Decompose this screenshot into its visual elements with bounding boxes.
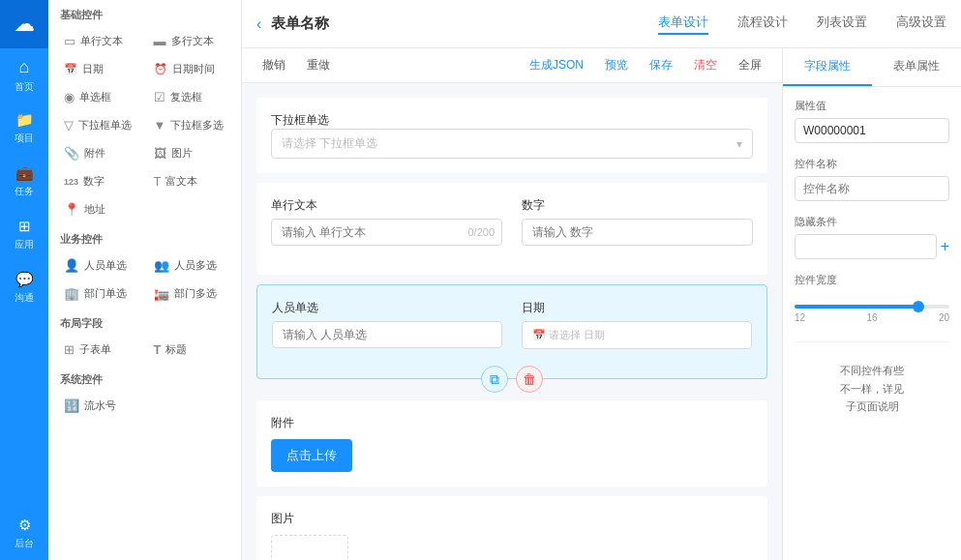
date-placeholder: 📅 请选择 日期 xyxy=(532,328,605,342)
divider xyxy=(795,341,949,342)
sidebar-item-address[interactable]: 📍 地址 xyxy=(56,196,144,222)
attr-id-input[interactable] xyxy=(795,118,949,143)
project-icon: 📁 xyxy=(15,111,34,129)
prop-attr-id: 属性值 xyxy=(795,99,949,143)
sidebar-item-single-text[interactable]: ▭ 单行文本 xyxy=(56,28,144,54)
slider-fill xyxy=(795,305,918,309)
nav-item-im[interactable]: 💬 沟通 xyxy=(0,261,48,314)
sidebar-item-number[interactable]: 123 数字 xyxy=(56,168,144,194)
hidden-condition-input[interactable] xyxy=(795,234,937,259)
sidebar-item-label: 图片 xyxy=(171,146,193,161)
im-icon: 💬 xyxy=(15,271,34,288)
nav-label-backend: 后台 xyxy=(15,537,34,550)
attachment-upload: 点击上传 xyxy=(271,439,753,472)
sidebar-item-multi-text[interactable]: ▬ 多行文本 xyxy=(146,28,234,54)
address-icon: 📍 xyxy=(64,202,79,217)
page-title: 表单名称 xyxy=(271,15,648,33)
copy-button[interactable]: ⧉ xyxy=(481,366,508,393)
tab-advanced-settings[interactable]: 高级设置 xyxy=(896,14,946,35)
sidebar-item-datetime[interactable]: ⏰ 日期时间 xyxy=(146,56,234,82)
sidebar-item-serial[interactable]: 🔢 流水号 xyxy=(56,393,144,419)
sidebar-item-dept-single[interactable]: 🏢 部门单选 xyxy=(56,280,144,307)
tab-form-props[interactable]: 表单属性 xyxy=(872,48,961,86)
attachment-icon: 📎 xyxy=(64,146,79,161)
dept-multi-icon: 🏣 xyxy=(154,286,169,301)
text-number-section: 单行文本 0/200 数字 xyxy=(256,183,767,275)
nav-item-home[interactable]: ⌂ 首页 xyxy=(0,48,48,102)
prop-hidden-condition: 隐藏条件 + xyxy=(795,215,949,259)
tab-flow-design[interactable]: 流程设计 xyxy=(737,14,788,35)
rich-text-icon: T xyxy=(154,174,162,189)
nav-label-home: 首页 xyxy=(15,80,34,94)
layout-section-title: 布局字段 xyxy=(48,309,241,335)
sidebar-item-subtable[interactable]: ⊞ 子表单 xyxy=(56,337,144,363)
slider-thumb[interactable] xyxy=(913,301,924,312)
form-toolbar: 撤销 重做 生成JSON 预览 保存 清空 全屏 xyxy=(242,48,782,83)
back-button[interactable]: ‹ xyxy=(256,15,261,33)
nav-label-im: 沟通 xyxy=(15,291,34,305)
text-count: 0/200 xyxy=(467,226,495,238)
image-add-button[interactable]: + xyxy=(271,535,348,560)
sidebar-item-date[interactable]: 📅 日期 xyxy=(56,56,144,82)
dropdown-single-icon: ▽ xyxy=(64,118,74,133)
sidebar-item-dropdown-multi[interactable]: ▼ 下拉框多选 xyxy=(146,112,234,138)
sidebar-item-label: 单行文本 xyxy=(80,34,123,48)
nav-item-task[interactable]: 💼 任务 xyxy=(0,155,48,208)
nav-item-project[interactable]: 📁 项目 xyxy=(0,102,48,155)
sidebar-item-label: 子表单 xyxy=(79,342,111,357)
number-input[interactable] xyxy=(522,219,753,246)
date-label: 日期 xyxy=(522,300,752,316)
sidebar-item-title[interactable]: T 标题 xyxy=(146,337,234,363)
sidebar-item-person-single[interactable]: 👤 人员单选 xyxy=(56,252,144,279)
date-field: 日期 📅 请选择 日期 xyxy=(522,300,752,349)
radio-icon: ◉ xyxy=(64,90,75,104)
hidden-condition-label: 隐藏条件 xyxy=(795,215,949,229)
sidebar-item-image[interactable]: 🖼 图片 xyxy=(146,140,234,166)
multi-text-icon: ▬ xyxy=(154,34,166,48)
attachment-label: 附件 xyxy=(271,415,753,431)
width-label: 控件宽度 xyxy=(795,273,949,287)
generate-json-button[interactable]: 生成JSON xyxy=(524,54,589,76)
number-label: 数字 xyxy=(522,197,753,214)
delete-button[interactable]: 🗑 xyxy=(516,366,543,393)
number-field: 数字 xyxy=(522,197,753,246)
undo-button[interactable]: 撤销 xyxy=(256,54,291,76)
nav-item-backend[interactable]: ⚙ 后台 xyxy=(0,507,48,560)
sidebar-item-rich-text[interactable]: T 富文本 xyxy=(146,168,234,194)
designer-area: 撤销 重做 生成JSON 预览 保存 清空 全屏 下拉框单选 请选择 下拉框单选… xyxy=(242,48,961,560)
sidebar-item-dept-multi[interactable]: 🏣 部门多选 xyxy=(146,280,234,307)
backend-icon: ⚙ xyxy=(18,516,31,534)
control-name-label: 控件名称 xyxy=(795,157,949,171)
dropdown-single-placeholder: 请选择 下拉框单选 xyxy=(282,135,377,152)
fullscreen-button[interactable]: 全屏 xyxy=(733,54,767,76)
hidden-condition-row: + xyxy=(795,234,949,259)
sidebar-item-person-multi[interactable]: 👥 人员多选 xyxy=(146,252,234,279)
right-panel: 字段属性 表单属性 属性值 控件名称 隐藏条件 xyxy=(782,48,961,560)
sidebar-item-radio[interactable]: ◉ 单选框 xyxy=(56,84,144,110)
nav-label-app: 应用 xyxy=(15,238,34,251)
save-button[interactable]: 保存 xyxy=(644,54,678,76)
nav-logo: ☁ xyxy=(0,0,48,48)
date-input[interactable]: 📅 请选择 日期 xyxy=(522,321,752,349)
control-name-input[interactable] xyxy=(795,176,949,201)
tab-field-props[interactable]: 字段属性 xyxy=(783,48,872,86)
sidebar-item-dropdown-single[interactable]: ▽ 下拉框单选 xyxy=(56,112,144,138)
sidebar-item-label: 日期 xyxy=(82,62,104,76)
prop-width: 控件宽度 12 16 20 xyxy=(795,273,949,328)
upload-button[interactable]: 点击上传 xyxy=(271,439,352,472)
tab-list-settings[interactable]: 列表设置 xyxy=(817,14,867,35)
person-single-input[interactable] xyxy=(272,321,502,348)
dropdown-single-input[interactable]: 请选择 下拉框单选 ▾ xyxy=(271,129,753,159)
sidebar-item-checkbox[interactable]: ☑ 复选框 xyxy=(146,84,234,110)
redo-button[interactable]: 重做 xyxy=(301,54,336,76)
preview-button[interactable]: 预览 xyxy=(599,54,634,76)
dropdown-single-section: 下拉框单选 请选择 下拉框单选 ▾ xyxy=(256,98,767,173)
add-condition-button[interactable]: + xyxy=(941,238,949,255)
clear-button[interactable]: 清空 xyxy=(688,54,723,76)
nav-item-app[interactable]: ⊞ 应用 xyxy=(0,208,48,261)
layout-controls-grid: ⊞ 子表单 T 标题 xyxy=(48,335,241,365)
slider-label-20: 20 xyxy=(939,312,949,323)
image-label: 图片 xyxy=(271,511,753,527)
tab-form-design[interactable]: 表单设计 xyxy=(658,14,708,35)
sidebar-item-attachment[interactable]: 📎 附件 xyxy=(56,140,144,166)
